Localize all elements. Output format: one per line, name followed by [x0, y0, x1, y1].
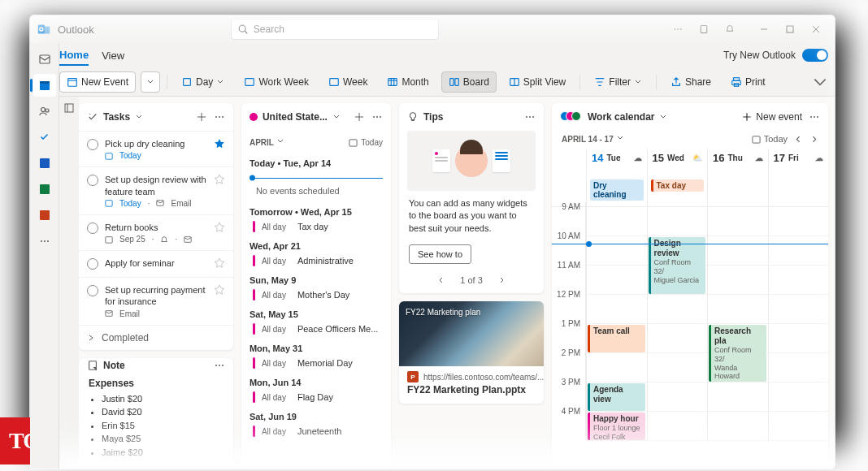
calendar-cell[interactable] — [768, 324, 829, 353]
rail-todo-icon[interactable] — [33, 126, 56, 149]
allday-cell[interactable]: Dry cleaning — [586, 178, 647, 207]
calendar-cell[interactable] — [586, 266, 647, 295]
ribbon-work-week[interactable]: Work Week — [237, 71, 316, 93]
ribbon-board[interactable]: Board — [441, 71, 497, 93]
calendar-today-button[interactable]: Today — [752, 134, 788, 144]
widget-more-icon[interactable] — [809, 111, 820, 123]
ribbon-day[interactable]: Day — [174, 71, 232, 93]
task-star-icon[interactable] — [214, 222, 225, 235]
task-row[interactable]: Set up recurring payment for insurance E… — [79, 278, 233, 326]
collapse-sidebar-icon[interactable] — [59, 97, 79, 469]
calendar-cell[interactable] — [768, 382, 829, 412]
search-input[interactable] — [254, 24, 432, 35]
ribbon-week[interactable]: Week — [321, 71, 375, 93]
calendar-cell[interactable] — [768, 295, 829, 324]
completed-section[interactable]: Completed — [79, 326, 233, 350]
calendar-cell[interactable] — [586, 353, 647, 382]
rail-calendar-icon[interactable] — [33, 74, 56, 97]
ribbon-expand-icon[interactable] — [812, 74, 828, 90]
task-row[interactable]: Set up design review with feature team T… — [79, 167, 233, 215]
tab-view[interactable]: View — [102, 46, 124, 65]
task-star-icon[interactable] — [214, 257, 225, 270]
ribbon-print[interactable]: Print — [723, 71, 773, 93]
holiday-event-row[interactable]: All dayJuneteenth — [241, 423, 391, 441]
allday-event[interactable]: Dry cleaning — [590, 179, 644, 201]
cal-day-header[interactable]: 14 Tue☁ — [586, 149, 647, 178]
notifications-icon[interactable] — [718, 18, 742, 41]
tab-home[interactable]: Home — [59, 45, 89, 66]
chevron-down-icon[interactable] — [332, 113, 341, 121]
task-row[interactable]: Pick up dry cleaning Today — [79, 132, 233, 167]
allday-cell[interactable] — [707, 178, 768, 207]
calendar-prev-icon[interactable] — [794, 135, 803, 144]
holiday-event-row[interactable]: All dayPeace Officers Me... — [241, 321, 391, 339]
calendar-cell[interactable] — [707, 266, 768, 295]
calendar-event[interactable]: Happy hourFloor 1 loungeCecil Folk — [588, 413, 645, 440]
calendar-cell[interactable] — [768, 266, 829, 295]
more-icon[interactable] — [666, 18, 690, 41]
calendar-cell[interactable] — [647, 295, 708, 324]
note-icon[interactable] — [692, 18, 716, 41]
ribbon-month[interactable]: Month — [380, 71, 436, 93]
search-field[interactable] — [231, 19, 439, 40]
calendar-cell[interactable] — [707, 382, 768, 412]
calendar-cell[interactable] — [647, 412, 708, 441]
task-star-icon[interactable] — [214, 284, 225, 297]
calendar-cell[interactable] — [768, 353, 829, 382]
calendar-cell[interactable] — [586, 295, 647, 324]
task-checkbox[interactable] — [87, 258, 98, 270]
calendar-cell[interactable] — [707, 412, 768, 441]
rail-more-icon[interactable] — [33, 230, 56, 253]
file-widget[interactable]: FY22 Marketing plan P https://files.cont… — [399, 301, 544, 404]
ribbon-filter[interactable]: Filter — [587, 71, 649, 93]
calendar-cell[interactable] — [647, 382, 708, 412]
task-star-icon[interactable] — [214, 138, 225, 151]
calendar-event[interactable]: Agenda view — [588, 383, 645, 411]
calendar-event[interactable]: Design reviewConf Room 32/Miguel Garcia — [649, 237, 706, 294]
calendar-next-icon[interactable] — [809, 135, 818, 144]
calendar-cell[interactable] — [707, 295, 768, 324]
holiday-event-row[interactable]: All dayAdministrative — [241, 253, 391, 270]
pager-prev-icon[interactable] — [437, 276, 445, 284]
new-event-button[interactable]: New event — [741, 111, 802, 123]
ribbon-new-event-dropdown[interactable] — [141, 71, 160, 93]
holiday-event-row[interactable]: All dayMother's Day — [241, 287, 391, 305]
rail-mail-icon[interactable] — [33, 48, 56, 71]
add-icon[interactable] — [354, 111, 365, 123]
task-checkbox[interactable] — [87, 175, 98, 186]
calendar-event[interactable]: Team call — [588, 325, 645, 352]
holiday-event-row[interactable]: All dayMemorial Day — [241, 355, 391, 373]
window-maximize-icon[interactable] — [778, 18, 802, 41]
widget-more-icon[interactable] — [214, 111, 225, 123]
task-row[interactable]: Apply for seminar — [79, 251, 233, 278]
rail-people-icon[interactable] — [33, 100, 56, 123]
calendar-cell[interactable] — [647, 353, 708, 382]
task-checkbox[interactable] — [87, 285, 98, 296]
chevron-down-icon[interactable] — [135, 113, 143, 121]
allday-event[interactable]: Tax day — [651, 179, 705, 192]
allday-cell[interactable]: Tax day — [647, 178, 708, 207]
cal-day-header[interactable]: 16 Thu☁ — [707, 149, 768, 178]
task-star-icon[interactable] — [214, 174, 225, 187]
tips-cta-button[interactable]: See how to — [409, 244, 471, 264]
calendar-cell[interactable] — [768, 207, 829, 236]
rail-powerpoint-icon[interactable] — [33, 204, 56, 227]
widget-more-icon[interactable] — [214, 360, 225, 371]
ribbon-split-view[interactable]: Split View — [501, 71, 573, 93]
try-new-toggle[interactable] — [802, 49, 828, 62]
calendar-cell[interactable] — [707, 236, 768, 266]
holidays-today-button[interactable]: Today — [349, 138, 383, 147]
calendar-range[interactable]: APRIL 14 - 17 — [562, 134, 624, 144]
add-task-icon[interactable] — [196, 111, 207, 123]
cal-day-header[interactable]: 17 Fri☁ — [768, 149, 829, 178]
calendar-cell[interactable] — [647, 324, 708, 353]
calendar-cell[interactable] — [647, 207, 708, 236]
widget-more-icon[interactable] — [371, 111, 383, 123]
ribbon-share[interactable]: Share — [663, 71, 718, 93]
rail-word-icon[interactable] — [33, 152, 56, 175]
chevron-down-icon[interactable] — [659, 113, 667, 121]
window-close-icon[interactable] — [804, 18, 828, 41]
holiday-event-row[interactable]: All dayTax day — [241, 218, 391, 236]
calendar-cell[interactable] — [768, 412, 829, 441]
holiday-event-row[interactable]: All dayFlag Day — [241, 389, 391, 407]
